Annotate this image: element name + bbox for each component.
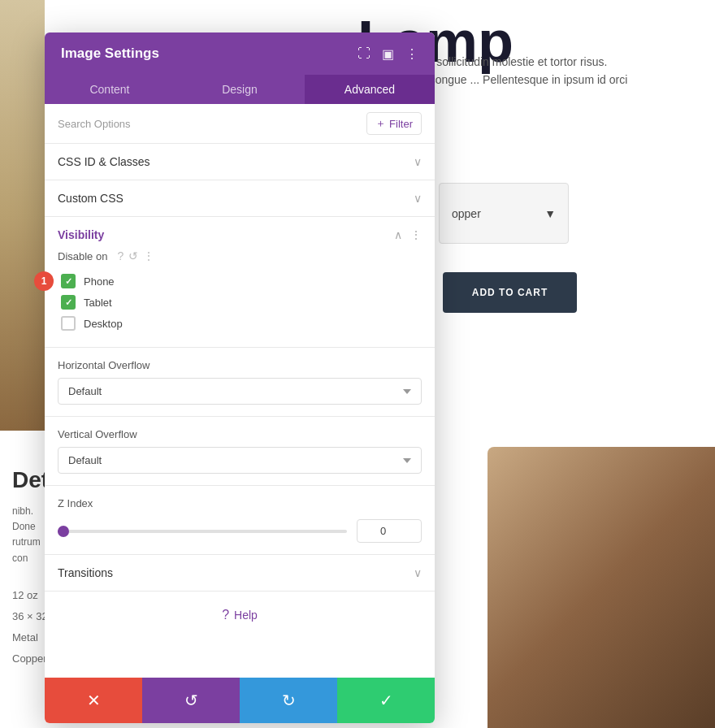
disable-on-label: Disable on — [58, 250, 107, 262]
more-vertical-icon[interactable]: ⋮ — [405, 46, 418, 62]
image-settings-modal: Image Settings ⛶ ▣ ⋮ Content Design Adva… — [45, 32, 435, 723]
transitions-label: Transitions — [58, 566, 113, 579]
cancel-icon: ✕ — [87, 691, 101, 710]
desktop-checkbox-row[interactable]: Desktop — [58, 313, 422, 334]
css-id-header[interactable]: CSS ID & Classes ∨ — [45, 144, 435, 180]
z-index-input[interactable] — [357, 519, 422, 543]
cancel-button[interactable]: ✕ — [45, 678, 142, 723]
vertical-overflow-select[interactable]: Default Hidden Scroll Auto — [58, 447, 422, 474]
add-to-cart-button[interactable]: ADD TO CART — [443, 272, 577, 313]
badge-number: 1 — [34, 271, 54, 291]
slider-thumb[interactable] — [58, 526, 69, 537]
dropdown-value: opper — [452, 207, 481, 220]
visibility-more-icon[interactable]: ⋮ — [410, 228, 422, 241]
dropdown-arrow: ▼ — [544, 207, 556, 220]
modal-header: Image Settings ⛶ ▣ ⋮ — [45, 32, 435, 75]
horizontal-overflow-select[interactable]: Default Hidden Scroll Auto — [58, 378, 422, 405]
modal-header-icons: ⛶ ▣ ⋮ — [358, 46, 418, 62]
transitions-section: Transitions ∨ — [45, 555, 435, 592]
expand-icon[interactable]: ⛶ — [358, 46, 370, 61]
horizontal-overflow-section: Horizontal Overflow Default Hidden Scrol… — [45, 348, 435, 417]
desktop-label: Desktop — [84, 318, 123, 330]
modal-footer: ✕ ↺ ↻ ✓ — [45, 678, 435, 723]
more-options-icon[interactable]: ⋮ — [143, 249, 154, 262]
help-circle-icon: ? — [222, 608, 229, 622]
css-id-chevron: ∨ — [414, 155, 422, 168]
filter-label: Filter — [389, 118, 413, 130]
filter-button[interactable]: ＋ Filter — [366, 112, 422, 135]
save-button[interactable]: ✓ — [337, 678, 435, 723]
reset-icon[interactable]: ↺ — [128, 249, 138, 262]
modal-content: Search Options ＋ Filter CSS ID & Classes… — [45, 104, 435, 678]
search-options-text[interactable]: Search Options — [58, 118, 131, 130]
desktop-checkbox[interactable] — [61, 316, 76, 331]
disable-on-icons: ? ↺ ⋮ — [117, 249, 154, 262]
left-image — [0, 0, 45, 431]
tablet-checkbox-row[interactable]: ✓ Tablet — [58, 292, 422, 313]
z-index-label: Z Index — [58, 497, 422, 509]
visibility-section: Visibility ∧ ⋮ Disable on ? ↺ ⋮ — [45, 217, 435, 348]
vertical-overflow-section: Vertical Overflow Default Hidden Scroll … — [45, 417, 435, 486]
visibility-title: Visibility — [58, 228, 104, 241]
collapse-icon[interactable]: ∧ — [394, 228, 402, 241]
layout-icon[interactable]: ▣ — [382, 46, 394, 62]
transitions-header[interactable]: Transitions ∨ — [45, 555, 435, 591]
horizontal-overflow-label: Horizontal Overflow — [58, 359, 422, 371]
custom-css-label: Custom CSS — [58, 192, 124, 205]
redo-button[interactable]: ↻ — [240, 678, 337, 723]
css-id-section: CSS ID & Classes ∨ — [45, 144, 435, 180]
transitions-chevron: ∨ — [414, 566, 422, 579]
help-label[interactable]: Help — [234, 609, 258, 622]
dropdown[interactable]: opper ▼ — [439, 183, 569, 244]
visibility-header: Visibility ∧ ⋮ — [45, 217, 435, 249]
tablet-checkbox[interactable]: ✓ — [61, 295, 76, 310]
undo-button[interactable]: ↺ — [142, 678, 240, 723]
search-bar: Search Options ＋ Filter — [45, 104, 435, 144]
phone-checkmark: ✓ — [65, 276, 72, 287]
custom-css-header[interactable]: Custom CSS ∨ — [45, 180, 435, 216]
tab-advanced[interactable]: Advanced — [305, 75, 435, 104]
modal-title: Image Settings — [61, 46, 159, 62]
phone-checkbox[interactable]: ✓ — [61, 274, 76, 288]
slider-track — [58, 530, 347, 533]
undo-icon: ↺ — [184, 691, 198, 710]
z-index-slider[interactable] — [58, 523, 347, 540]
tablet-checkmark: ✓ — [65, 297, 72, 308]
plus-icon: ＋ — [375, 116, 386, 131]
disable-on-row: Disable on ? ↺ ⋮ — [58, 249, 422, 262]
custom-css-section: Custom CSS ∨ — [45, 180, 435, 217]
tab-content[interactable]: Content — [45, 75, 175, 104]
vertical-overflow-label: Vertical Overflow — [58, 428, 422, 440]
z-index-controls — [58, 519, 422, 543]
custom-css-chevron: ∨ — [414, 192, 422, 205]
tablet-label: Tablet — [84, 297, 112, 309]
lamp-image — [488, 447, 715, 728]
visibility-content: Disable on ? ↺ ⋮ ✓ Phone — [45, 249, 435, 347]
z-index-section: Z Index — [45, 486, 435, 555]
help-tooltip-icon[interactable]: ? — [117, 249, 124, 262]
css-id-label: CSS ID & Classes — [58, 155, 150, 168]
tab-design[interactable]: Design — [175, 75, 305, 104]
phone-label: Phone — [84, 275, 115, 288]
phone-checkbox-row[interactable]: ✓ Phone — [58, 271, 422, 292]
help-section: ? Help — [45, 592, 435, 639]
visibility-header-right: ∧ ⋮ — [394, 228, 422, 241]
modal-tabs: Content Design Advanced — [45, 75, 435, 104]
redo-icon: ↻ — [282, 691, 296, 710]
save-icon: ✓ — [379, 691, 393, 710]
